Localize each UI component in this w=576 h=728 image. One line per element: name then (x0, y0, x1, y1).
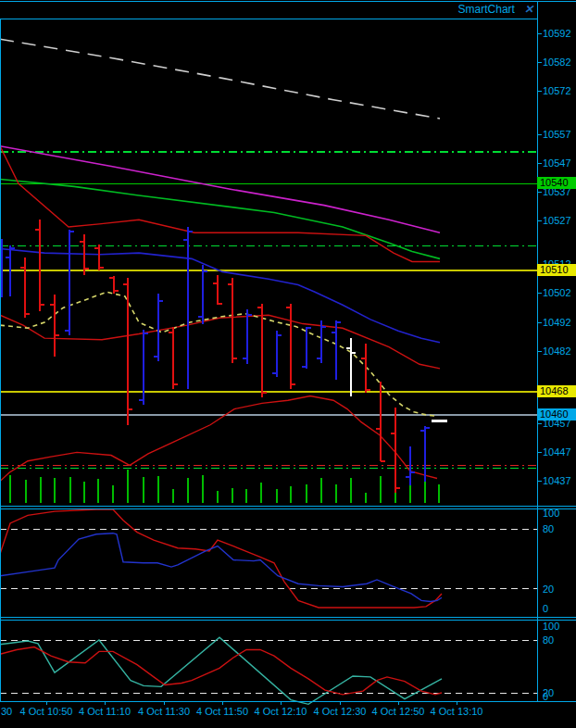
volume-bar (438, 484, 440, 503)
close-icon[interactable]: ✕ (524, 4, 533, 15)
price-level-label: 10460 (537, 408, 576, 420)
time-axis-label: 30 (1, 706, 12, 717)
price-level-label: 10468 (537, 385, 576, 397)
time-axis-label: 4 Oct 11:50 (196, 706, 248, 717)
price-tick-label: 10502 (543, 287, 571, 298)
volume-bar (97, 479, 99, 503)
price-tick-label: 10482 (543, 345, 571, 357)
volume-bar (83, 482, 85, 503)
volume-bar (350, 478, 352, 503)
osc1-red (0, 509, 442, 608)
volume-bar (276, 489, 278, 503)
time-axis-label: 4 Oct 13:10 (431, 706, 483, 717)
volume-bar (260, 483, 262, 503)
volume-bar (232, 488, 233, 503)
magenta-ma (0, 146, 440, 233)
price-tick-label: 10527 (543, 215, 571, 226)
price-tick-label: 10592 (543, 28, 571, 39)
volume-bar (172, 489, 174, 503)
green-ma (0, 180, 440, 259)
volume-bar (217, 491, 219, 503)
volume-bar (306, 484, 307, 503)
osc2-teal (0, 637, 442, 704)
price-tick-label: 10437 (543, 475, 571, 486)
time-axis-label: 4 Oct 11:10 (79, 706, 131, 717)
osc2-scale-label: 80 (543, 634, 554, 646)
osc2-scale-label: 100 (543, 621, 559, 632)
price-tick-label: 10582 (543, 56, 571, 68)
osc2-scale-label: 0 (543, 691, 548, 702)
price-tick-label: 10557 (543, 129, 571, 140)
osc1-scale-label: 80 (543, 523, 554, 534)
volume-bar (365, 493, 367, 503)
title-bar: SmartChart ✕ (0, 0, 535, 18)
time-axis-label: 4 Oct 12:10 (255, 706, 307, 717)
time-axis-label: 4 Oct 11:30 (138, 706, 190, 717)
volume-bar (112, 485, 114, 503)
smartchart-window: SmartChart ✕ 105921058210572105571054710… (0, 0, 576, 728)
osc2-red (0, 647, 442, 695)
volume-bar (335, 484, 337, 503)
price-tick-label: 10572 (543, 85, 571, 96)
osc1-scale-label: 20 (543, 584, 554, 595)
volume-bar (143, 477, 144, 503)
osc1-scale-label: 100 (543, 508, 559, 519)
volume-bar (187, 478, 189, 503)
volume-bar (25, 480, 27, 503)
red-band-upper (0, 146, 440, 262)
white-dashed-trendline (0, 39, 440, 119)
red-ma-mid (0, 315, 440, 369)
volume-bar (127, 470, 129, 503)
volume-bar (424, 479, 426, 503)
yellow-dashed-ma (0, 292, 437, 416)
price-tick-label: 10447 (543, 446, 571, 458)
price-level-label: 10540 (537, 177, 576, 189)
volume-bar (69, 477, 71, 503)
osc1-blue (0, 533, 442, 602)
time-axis-label: 4 Oct 12:30 (314, 706, 367, 717)
volume-bar (202, 475, 204, 503)
volume-bar (40, 477, 42, 503)
chart-canvas (0, 0, 576, 728)
time-axis-label: 4 Oct 10:50 (20, 706, 73, 717)
volume-bar (157, 476, 159, 503)
volume-bar (9, 475, 11, 503)
volume-bar (380, 476, 382, 503)
volume-bar (320, 478, 322, 503)
price-level-label: 10510 (537, 264, 576, 276)
volume-bar (290, 486, 292, 503)
time-axis-label: 4 Oct 12:50 (372, 706, 425, 717)
volume-bar (245, 489, 247, 503)
window-title: SmartChart (458, 3, 515, 16)
volume-bar (54, 478, 56, 503)
price-tick-label: 10492 (543, 317, 571, 328)
blue-ma (0, 248, 440, 342)
price-tick-label: 10547 (543, 157, 571, 169)
osc1-scale-label: 0 (543, 603, 548, 614)
